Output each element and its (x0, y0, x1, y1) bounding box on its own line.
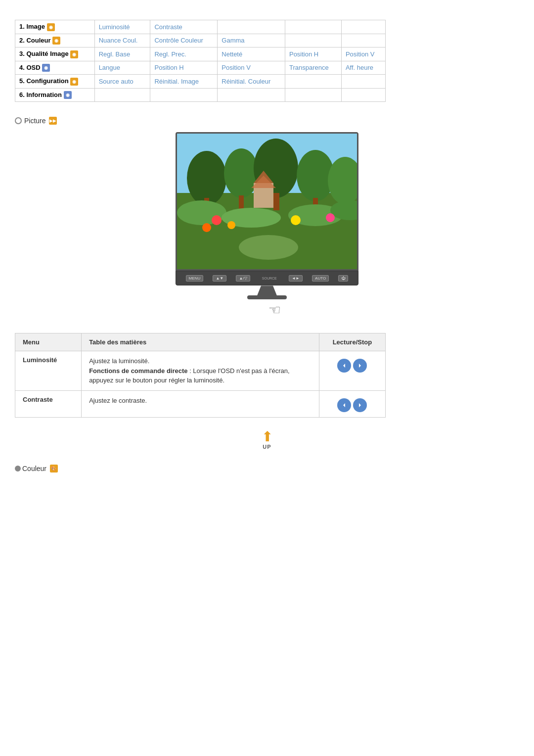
sub-item-1-0[interactable]: Nuance Coul. (94, 34, 150, 47)
svg-rect-7 (273, 193, 279, 210)
sub-item-3-2[interactable]: Position V (218, 61, 285, 75)
auto-btn[interactable]: AUTO (312, 275, 329, 282)
info-desc-0: Ajustez la luminosité.Fonctions de comma… (82, 351, 319, 391)
monitor-base (257, 285, 277, 295)
col-header-toc: Table des matières (82, 333, 319, 351)
col-header-action: Lecture/Stop (319, 333, 385, 351)
couleur-section-heading: Couleur 🎨 (15, 465, 519, 472)
empty-cell-5-3 (285, 88, 341, 102)
empty-cell-0-2 (218, 20, 285, 34)
svg-point-2 (187, 151, 226, 205)
menu-item-0[interactable]: 1. Image ◉ (15, 20, 95, 34)
garden-scene (177, 134, 357, 269)
couleur-circle-icon (15, 466, 21, 472)
svg-point-20 (202, 223, 211, 232)
menu-btn[interactable]: MENU (186, 275, 204, 282)
nav-btn[interactable]: ▲▼ (213, 275, 226, 282)
svg-marker-24 (343, 364, 345, 368)
up-label: UP (263, 444, 271, 450)
svg-point-19 (227, 221, 235, 229)
arrow-buttons-0 (327, 359, 378, 373)
sub-item-2-4[interactable]: Position V (341, 47, 385, 61)
sub-item-0-1[interactable]: Contraste (150, 20, 218, 34)
up-arrow-icon: ⬆ (262, 430, 273, 444)
monitor-container: MENU ▲▼ ▲/▽ SOURCE ◄► AUTO ⏻ ☜ (168, 132, 366, 318)
svg-point-21 (291, 215, 301, 225)
empty-cell-5-0 (94, 88, 150, 102)
picture-icon-badge: ▶▶ (49, 117, 57, 125)
svg-marker-26 (343, 403, 345, 407)
empty-cell-4-3 (285, 75, 341, 89)
menu-item-2[interactable]: 3. Qualité Image ◉ (15, 47, 95, 61)
empty-cell-0-3 (285, 20, 341, 34)
up-navigation[interactable]: ⬆ UP (242, 430, 292, 450)
couleur-label: Couleur (22, 465, 46, 472)
sub-item-4-2[interactable]: Réinitial. Couleur (218, 75, 285, 89)
svg-point-4 (224, 148, 259, 198)
sub-item-2-1[interactable]: Regl. Prec. (150, 47, 218, 61)
arrow-buttons-1 (327, 398, 378, 412)
info-menu-0: Luminosité (15, 351, 82, 391)
svg-marker-25 (359, 364, 361, 368)
circle-icon (15, 117, 22, 124)
monitor-controls: MENU ▲▼ ▲/▽ SOURCE ◄► AUTO ⏻ (176, 271, 358, 285)
couleur-icon-badge: 🎨 (50, 465, 58, 472)
empty-cell-4-4 (341, 75, 385, 89)
svg-point-18 (212, 215, 222, 225)
source-label: SOURCE (260, 276, 279, 281)
svg-point-22 (326, 213, 335, 222)
monitor-screen (176, 132, 358, 271)
sub-item-3-3[interactable]: Transparence (285, 61, 341, 75)
cursor-hand: ☜ (268, 302, 281, 318)
empty-cell-5-4 (341, 88, 385, 102)
svg-point-23 (239, 235, 298, 260)
col-header-menu: Menu (15, 333, 82, 351)
empty-cell-1-3 (285, 34, 341, 47)
info-action-0 (319, 351, 385, 391)
arrow-btn-left-1[interactable] (337, 398, 351, 412)
menu-item-5[interactable]: 6. Information ◉ (15, 88, 95, 102)
sub-item-2-2[interactable]: Netteté (218, 47, 285, 61)
sub-item-2-3[interactable]: Position H (285, 47, 341, 61)
empty-cell-1-4 (341, 34, 385, 47)
sub-item-3-1[interactable]: Position H (150, 61, 218, 75)
leftright-btn[interactable]: ◄► (289, 275, 303, 282)
empty-cell-5-2 (218, 88, 285, 102)
sub-item-3-4[interactable]: Aff. heure (341, 61, 385, 75)
monitor-foot (247, 295, 287, 299)
info-desc-1: Ajustez le contraste. (82, 390, 319, 417)
arrow-btn-left-0[interactable] (337, 359, 351, 373)
menu-item-1[interactable]: 2. Couleur ◉ (15, 34, 95, 47)
empty-cell-5-1 (150, 88, 218, 102)
sub-item-1-1[interactable]: Contrôle Couleur (150, 34, 218, 47)
arrow-btn-right-1[interactable] (353, 398, 367, 412)
sub-item-4-1[interactable]: Réinitial. Image (150, 75, 218, 89)
power-btn[interactable]: ⏻ (338, 275, 348, 282)
empty-cell-0-4 (341, 20, 385, 34)
svg-rect-5 (239, 195, 244, 210)
sub-item-4-0[interactable]: Source auto (94, 75, 150, 89)
info-action-1 (319, 390, 385, 417)
sub-item-2-0[interactable]: Regl. Base (94, 47, 150, 61)
arrow-btn-right-0[interactable] (353, 359, 367, 373)
menu-item-3[interactable]: 4. OSD ◉ (15, 61, 95, 75)
info-table: Menu Table des matières Lecture/Stop Lum… (15, 333, 386, 418)
updown-btn[interactable]: ▲/▽ (236, 275, 250, 282)
navigation-table: 1. Image ◉LuminositéContraste2. Couleur … (15, 20, 386, 102)
sub-item-3-0[interactable]: Langue (94, 61, 150, 75)
picture-label: Picture (24, 117, 46, 125)
sub-item-0-0[interactable]: Luminosité (94, 20, 150, 34)
picture-section-heading: Picture ▶▶ (15, 117, 519, 125)
sub-item-1-2[interactable]: Gamma (218, 34, 285, 47)
svg-marker-27 (359, 403, 361, 407)
info-menu-1: Contraste (15, 390, 82, 417)
menu-item-4[interactable]: 5. Configuration ◉ (15, 75, 95, 89)
